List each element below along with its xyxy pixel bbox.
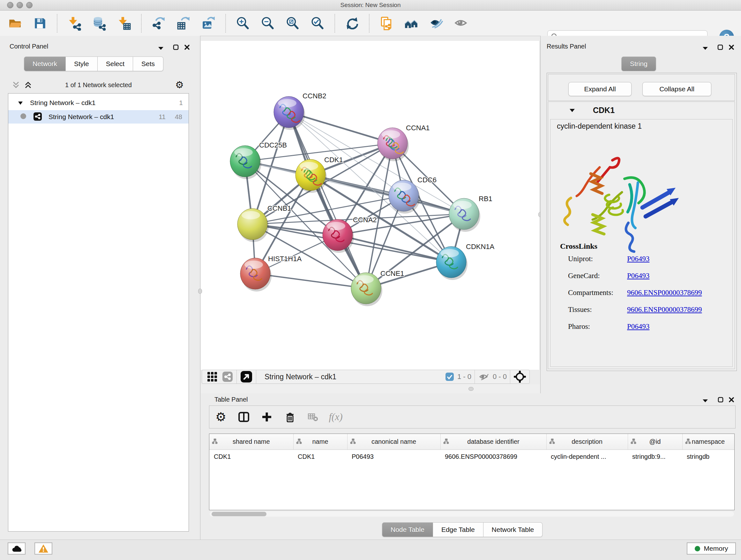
tab-style[interactable]: Style [66, 57, 98, 71]
node-CDK1[interactable]: CDK1 [295, 156, 343, 193]
table-row[interactable]: CDK1CDK1P064939606.ENSP00000378699cyclin… [209, 450, 734, 463]
save-session-button[interactable] [27, 14, 52, 33]
hidden-eye-icon[interactable] [478, 371, 489, 382]
close-panel-icon[interactable] [184, 44, 191, 51]
node-CDC6[interactable]: CDC6 [389, 176, 436, 213]
tab-sets[interactable]: Sets [133, 57, 163, 71]
memory-button[interactable]: Memory [687, 543, 736, 555]
app-window: Session: New Session [0, 0, 741, 560]
collapse-all-button[interactable]: Collapse All [643, 82, 711, 96]
network-share-view-icon[interactable] [222, 371, 233, 382]
export-table-button[interactable] [171, 14, 196, 33]
crosslink-value-link[interactable]: 9606.ENSP00000378699 [627, 289, 702, 297]
edge-HIST1H1A-CCNE1[interactable] [255, 273, 366, 288]
expand-all-button[interactable]: Expand All [568, 82, 631, 96]
function-builder-button[interactable]: f(x) [324, 408, 347, 427]
column-header-description[interactable]: description [546, 434, 628, 450]
import-network-database-button[interactable] [87, 14, 112, 33]
tab-network-table[interactable]: Network Table [483, 522, 543, 537]
horizontal-scrollbar[interactable] [210, 511, 734, 516]
column-header-canonical-name[interactable]: canonical name [347, 434, 441, 450]
close-panel-icon[interactable] [728, 44, 735, 51]
show-graphics-details-button[interactable] [449, 14, 474, 33]
zoom-out-button[interactable] [255, 14, 280, 33]
node-HIST1H1A[interactable]: HIST1H1A [240, 255, 301, 292]
open-session-button[interactable] [3, 14, 27, 33]
network-row-selected[interactable]: String Network – cdk1 11 48 [8, 110, 189, 124]
column-type-icon [296, 438, 302, 444]
network-collection-row[interactable]: String Network – cdk1 1 [8, 96, 189, 110]
tab-edge-table[interactable]: Edge Table [433, 522, 483, 537]
create-column-button[interactable] [255, 408, 278, 427]
tab-node-table[interactable]: Node Table [382, 522, 433, 537]
tab-network[interactable]: Network [24, 57, 66, 71]
export-image-button[interactable] [196, 14, 221, 33]
show-columns-button[interactable] [232, 408, 255, 427]
node-CCNB2[interactable]: CCNB2 [274, 92, 327, 130]
column-header-database-identifier[interactable]: database identifier [441, 434, 546, 450]
fit-selected-crosshair-icon[interactable] [514, 370, 526, 383]
import-network-file-button[interactable] [62, 14, 87, 33]
network-share-icon [33, 112, 42, 121]
column-header-shared-name[interactable]: shared name [209, 434, 293, 450]
import-network-icon [67, 16, 82, 30]
zoom-fit-icon [285, 16, 300, 30]
section-expander-icon[interactable] [569, 107, 576, 114]
gear-icon[interactable]: ⚙ [175, 80, 184, 90]
node-CCNE1[interactable]: CCNE1 [351, 269, 404, 306]
birdseye-view-icon[interactable] [240, 370, 253, 383]
float-panel-icon[interactable] [157, 45, 164, 52]
scrollbar-thumb[interactable] [212, 512, 266, 516]
cloud-status-button[interactable] [8, 543, 25, 555]
node-CCNA1[interactable]: CCNA1 [378, 124, 430, 161]
gene-section-header[interactable]: CDK1 [548, 102, 735, 119]
selected-node-edge-counts: 1 - 0 [457, 373, 471, 381]
zoom-fit-button[interactable] [280, 14, 305, 33]
node-RB1[interactable]: RB1 [449, 195, 492, 232]
zoom-selected-button[interactable] [305, 14, 330, 33]
toolbar-separator [141, 14, 142, 33]
delete-column-button[interactable] [278, 408, 301, 427]
grid-view-icon[interactable] [206, 371, 218, 382]
crosslink-value-link[interactable]: 9606.ENSP00000378699 [627, 306, 702, 314]
float-panel-icon[interactable] [702, 397, 709, 404]
table-settings-button[interactable]: ⚙ [209, 408, 232, 427]
toolbar-separator [57, 14, 57, 33]
export-network-button[interactable] [146, 14, 171, 33]
float-panel-icon[interactable] [702, 45, 709, 52]
node-label-CDC6: CDC6 [417, 176, 436, 184]
warnings-button[interactable] [35, 543, 52, 555]
selected-checkbox-icon[interactable] [445, 372, 454, 381]
splitter-handle[interactable] [468, 387, 474, 391]
tree-expander-icon[interactable] [17, 100, 23, 106]
zoom-in-button[interactable] [230, 14, 255, 33]
crosslink-value-link[interactable]: P06493 [627, 255, 650, 263]
node-CCNA2[interactable]: CCNA2 [323, 216, 377, 253]
clone-network-button[interactable] [374, 14, 399, 33]
crosslink-label: GeneCard: [568, 272, 627, 280]
import-table-button[interactable] [112, 14, 137, 33]
column-header--id[interactable]: @id [628, 434, 682, 450]
node-CDKN1A[interactable]: CDKN1A [436, 243, 495, 280]
edge-count: 48 [175, 113, 182, 121]
results-panel: Results Panel String Expand All Collapse… [540, 36, 741, 393]
node-label-CCNB2: CCNB2 [302, 92, 327, 100]
network-canvas[interactable]: CCNB2CCNA1CDC25BCDK1CDC6RB1CCNB1CCNA2CDK… [201, 41, 540, 370]
column-header-name[interactable]: name [293, 434, 347, 450]
maximize-panel-icon[interactable] [717, 396, 724, 403]
table-header-row: shared namenamecanonical namedatabase id… [209, 434, 734, 450]
hide-graphics-details-button[interactable] [424, 14, 449, 33]
network-graph: CCNB2CCNA1CDC25BCDK1CDC6RB1CCNB1CCNA2CDK… [201, 41, 540, 370]
maximize-panel-icon[interactable] [172, 44, 179, 51]
tab-select[interactable]: Select [98, 57, 133, 71]
maximize-panel-icon[interactable] [717, 44, 724, 51]
column-header-namespace[interactable]: namespace [682, 434, 734, 450]
left-splitter-handle[interactable] [198, 289, 202, 294]
tab-string[interactable]: String [621, 57, 656, 71]
refresh-view-button[interactable] [340, 14, 364, 33]
close-panel-icon[interactable] [728, 396, 735, 403]
crosslink-value-link[interactable]: P06493 [627, 322, 650, 330]
delete-table-button[interactable] [301, 408, 324, 427]
crosslink-value-link[interactable]: P06493 [627, 272, 650, 280]
home-button[interactable] [399, 14, 424, 33]
